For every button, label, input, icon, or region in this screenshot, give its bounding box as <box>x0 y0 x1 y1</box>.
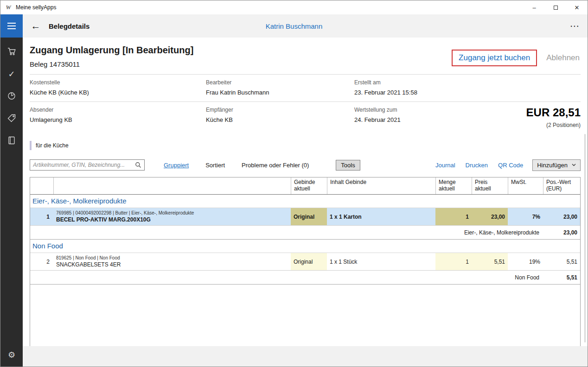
group-header: Non Food <box>30 240 580 253</box>
main-area: Zugang Umlagerung [In Bearbeitung] Beleg… <box>23 38 588 367</box>
col-header-wert[interactable]: Pos.-Wert (EUR) <box>543 177 580 194</box>
note-accent-bar <box>30 141 32 150</box>
app-logo-icon: W <box>5 4 12 11</box>
receiver-value: Küche KB <box>206 116 354 123</box>
pos-wert-cell: 5,51 <box>543 253 580 270</box>
pos-wert-cell: 23,00 <box>543 208 580 225</box>
journal-link[interactable]: Journal <box>435 162 455 169</box>
editor-label: Bearbeiter <box>206 79 354 86</box>
subtotal-label: Non Food <box>30 271 543 284</box>
document-number: Beleg 14735011 <box>30 60 193 68</box>
note-text: für die Küche <box>36 142 69 149</box>
cart-icon[interactable] <box>0 40 23 63</box>
col-header-inhalt[interactable]: Inhalt Gebinde <box>327 177 435 194</box>
editor-value: Frau Katrin Buschmann <box>206 89 354 96</box>
article-info: 819625 | Non Food | Non Food <box>56 255 120 261</box>
more-options-icon[interactable]: ⋯ <box>570 20 580 32</box>
maximize-icon[interactable] <box>545 0 566 14</box>
cost-center-label: Kostenstelle <box>30 79 206 86</box>
group-header: Eier-, Käse-, Molkereiprodukte <box>30 195 580 208</box>
menge-cell[interactable]: 1 <box>435 208 472 225</box>
receiver-label: Empfänger <box>206 107 354 113</box>
article-name: BECEL PRO-AKTIV MARG.200X10G <box>56 216 151 223</box>
appbar: ← Belegdetails Katrin Buschmann ⋯ <box>0 14 588 38</box>
positions-toolbar: Gruppiert Sortiert Probleme oder Fehler … <box>30 159 581 171</box>
sender-value: Umlagerung KB <box>30 116 206 123</box>
subtotal-label: Eier-, Käse-, Molkereiprodukte <box>30 226 543 239</box>
created-value: 23. Februar 2021 15:58 <box>354 89 510 96</box>
pie-chart-icon[interactable] <box>0 85 23 107</box>
article-cell: 819625 | Non Food | Non Food SNACKGABELS… <box>53 253 291 270</box>
app-window: W Meine sellyApps – ✕ ← Belegdetails Kat… <box>0 0 588 367</box>
back-arrow-icon[interactable]: ← <box>28 20 43 32</box>
add-button-label: Hinzufügen <box>537 162 568 169</box>
mwst-cell: 7% <box>508 208 543 225</box>
preis-cell[interactable]: 23,00 <box>472 208 508 225</box>
price-tag-icon[interactable] <box>0 107 23 129</box>
inhalt-cell[interactable]: 1 x 1 Karton <box>327 208 435 225</box>
col-header-preis[interactable]: Preis aktuell <box>472 177 508 194</box>
menge-cell[interactable]: 1 <box>435 253 472 270</box>
positions-table: Gebinde aktuell Inhalt Gebinde Menge akt… <box>30 177 581 347</box>
sidebar: ✓ ⚙ <box>0 38 23 367</box>
row-number: 1 <box>30 208 53 225</box>
tasks-check-icon[interactable]: ✓ <box>0 63 23 85</box>
window-title: Meine sellyApps <box>16 4 56 11</box>
close-icon[interactable]: ✕ <box>566 0 588 14</box>
titlebar: W Meine sellyApps – ✕ <box>0 0 588 14</box>
page-breadcrumb-title: Belegdetails <box>49 22 89 30</box>
sender-label: Absender <box>30 107 206 113</box>
gebinde-cell[interactable]: Original <box>291 253 327 270</box>
total-amount: EUR 28,51 <box>510 107 581 119</box>
group-subtotal-row: Eier-, Käse-, Molkereiprodukte 23,00 <box>30 226 580 240</box>
scrollbar[interactable] <box>584 134 586 342</box>
col-header-mwst[interactable]: MwSt. <box>508 177 543 194</box>
article-info: 769985 | 04000492002298 | Butter | Eier-… <box>56 210 194 216</box>
meta-row-2: Absender Umlagerung KB Empfänger Küche K… <box>30 102 581 134</box>
col-header-article <box>53 177 291 194</box>
problems-link[interactable]: Probleme oder Fehler (0) <box>242 162 309 169</box>
preis-cell[interactable]: 5,51 <box>472 253 508 270</box>
chevron-down-icon <box>572 164 576 166</box>
meta-row-1: Kostenstelle Küche KB (Küche KB) Bearbei… <box>30 75 581 101</box>
qr-code-link[interactable]: QR Code <box>498 162 523 169</box>
cost-center-value: Küche KB (Küche KB) <box>30 89 206 96</box>
note-row: für die Küche <box>30 141 581 150</box>
col-header-index <box>30 177 53 194</box>
group-subtotal-row: Non Food 5,51 <box>30 271 580 285</box>
book-receipt-button[interactable]: Zugang jetzt buchen <box>452 50 537 66</box>
position-count: (2 Positionen) <box>510 122 581 128</box>
subtotal-value: 23,00 <box>543 226 580 239</box>
table-row[interactable]: 1 769985 | 04000492002298 | Butter | Eie… <box>30 208 580 226</box>
add-dropdown-button[interactable]: Hinzufügen <box>532 159 581 171</box>
sorted-link[interactable]: Sortiert <box>205 162 225 169</box>
article-search-box[interactable] <box>30 159 145 171</box>
created-label: Erstellt am <box>354 79 510 86</box>
subtotal-value: 5,51 <box>543 271 580 284</box>
row-number: 2 <box>30 253 53 270</box>
search-input[interactable] <box>33 162 135 168</box>
table-row[interactable]: 2 819625 | Non Food | Non Food SNACKGABE… <box>30 253 580 271</box>
col-header-menge[interactable]: Menge aktuell <box>435 177 472 194</box>
col-header-gebinde[interactable]: Gebinde aktuell <box>291 177 327 194</box>
gebinde-cell[interactable]: Original <box>291 208 327 225</box>
print-link[interactable]: Drucken <box>466 162 488 169</box>
catalog-book-icon[interactable] <box>0 129 23 152</box>
value-date-label: Wertstellung zum <box>354 107 510 113</box>
value-date-value: 24. Februar 2021 <box>354 116 510 123</box>
hamburger-menu-icon[interactable] <box>0 14 23 38</box>
footer-strip <box>23 346 588 367</box>
minimize-icon[interactable]: – <box>524 0 545 14</box>
mwst-cell: 19% <box>508 253 543 270</box>
document-title: Zugang Umlagerung [In Bearbeitung] <box>30 44 193 56</box>
table-header-row: Gebinde aktuell Inhalt Gebinde Menge akt… <box>30 177 580 195</box>
article-name: SNACKGABELSETS 4ER <box>56 261 121 268</box>
search-icon <box>135 162 141 168</box>
settings-gear-icon[interactable]: ⚙ <box>0 343 23 366</box>
reject-button[interactable]: Ablehnen <box>546 53 580 63</box>
tools-button[interactable]: Tools <box>336 160 360 171</box>
grouped-link[interactable]: Gruppiert <box>164 162 189 169</box>
window-controls: – ✕ <box>524 0 588 14</box>
inhalt-cell[interactable]: 1 x 1 Stück <box>327 253 435 270</box>
article-cell: 769985 | 04000492002298 | Butter | Eier-… <box>53 208 291 225</box>
